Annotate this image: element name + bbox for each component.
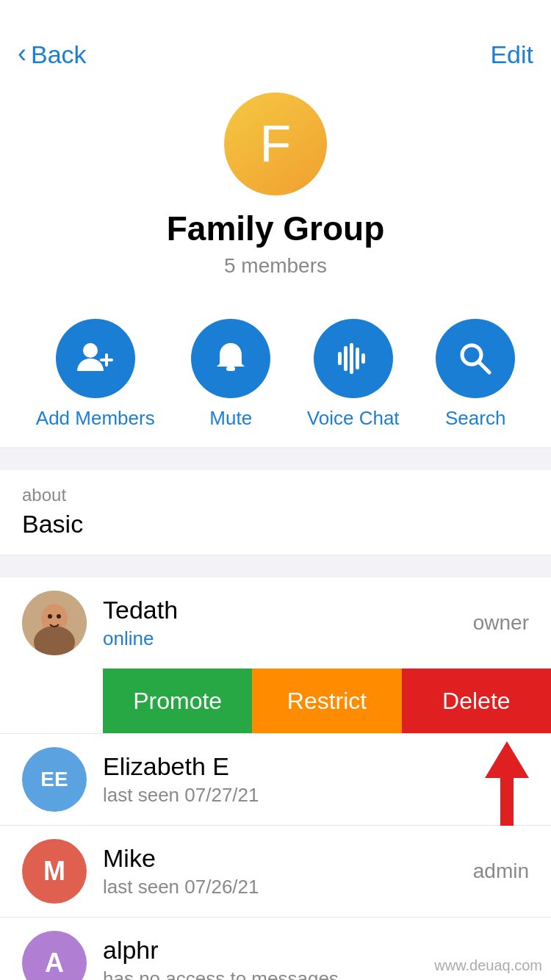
tedath-name: Tedath [103, 596, 473, 624]
voice-chat-action[interactable]: Voice Chat [307, 319, 400, 430]
divider-1 [0, 448, 551, 470]
elizabeth-status: last seen 07/27/21 [103, 784, 433, 807]
add-members-action[interactable]: Add Members [36, 319, 155, 430]
group-name: Family Group [167, 209, 384, 248]
svg-line-11 [478, 361, 489, 372]
waveform-icon [334, 339, 373, 378]
tedath-avatar-image [22, 591, 87, 655]
delete-button[interactable]: Delete [402, 669, 551, 733]
tedath-status: online [103, 627, 473, 650]
mike-info: Mike last seen 07/26/21 [103, 844, 473, 898]
svg-rect-8 [356, 347, 359, 370]
mute-button[interactable] [191, 319, 270, 398]
mike-name: Mike [103, 844, 473, 873]
divider-2 [0, 555, 551, 577]
elizabeth-name: Elizabeth E [103, 752, 433, 781]
svg-point-4 [228, 344, 233, 348]
search-icon [455, 339, 495, 378]
header: ‹ Back Edit [0, 0, 551, 81]
add-members-label: Add Members [36, 407, 155, 430]
restrict-button[interactable]: Restrict [252, 669, 401, 733]
mike-avatar: M [22, 839, 87, 904]
tedath-role: owner [473, 611, 529, 635]
svg-rect-6 [344, 346, 347, 371]
mute-action[interactable]: Mute [191, 319, 270, 430]
search-action[interactable]: Search [436, 319, 515, 430]
promote-button[interactable]: Promote [103, 669, 252, 733]
avatar-letter: F [260, 115, 292, 173]
svg-point-16 [57, 614, 61, 619]
add-members-button[interactable] [56, 319, 135, 398]
add-person-icon [76, 339, 115, 378]
actions-row: Add Members Mute Voice Chat [0, 298, 551, 448]
swipe-actions-row: Promote Restrict Delete [103, 669, 551, 733]
svg-rect-3 [226, 367, 235, 371]
arrow-annotation [485, 741, 529, 837]
elizabeth-info: Elizabeth E last seen 07/27/21 [103, 752, 433, 807]
search-button[interactable] [436, 319, 515, 398]
svg-rect-5 [338, 352, 342, 365]
watermark: www.deuaq.com [434, 957, 542, 974]
edit-button[interactable]: Edit [490, 40, 533, 69]
chevron-left-icon: ‹ [18, 38, 26, 69]
about-section: about Basic [0, 470, 551, 555]
svg-point-0 [83, 343, 98, 358]
mute-label: Mute [209, 407, 252, 430]
about-value: Basic [22, 510, 529, 538]
profile-section: F Family Group 5 members [0, 81, 551, 298]
back-button[interactable]: ‹ Back [18, 40, 87, 69]
member-row-mike[interactable]: M Mike last seen 07/26/21 admin [0, 826, 551, 918]
mike-role: admin [473, 860, 529, 883]
voice-chat-label: Voice Chat [307, 407, 400, 430]
member-row-elizabeth[interactable]: EE Elizabeth E last seen 07/27/21 [0, 734, 551, 826]
svg-rect-9 [361, 353, 365, 364]
tedath-info: Tedath online [103, 596, 473, 650]
elizabeth-avatar: EE [22, 747, 87, 812]
about-label: about [22, 485, 529, 505]
back-label: Back [31, 40, 87, 69]
bell-icon [211, 339, 251, 378]
members-section: Tedath online owner Promote Restrict Del… [0, 577, 551, 980]
group-avatar: F [224, 93, 327, 195]
tedath-avatar [22, 591, 87, 655]
voice-chat-button[interactable] [314, 319, 393, 398]
svg-point-15 [48, 614, 52, 619]
member-count: 5 members [224, 254, 327, 278]
alphr-avatar: A [22, 931, 87, 980]
svg-rect-7 [350, 343, 353, 374]
member-row-tedath[interactable]: Tedath online owner Promote Restrict Del… [0, 577, 551, 734]
search-label: Search [445, 407, 505, 430]
arrow-head [485, 741, 529, 778]
mike-status: last seen 07/26/21 [103, 876, 473, 898]
